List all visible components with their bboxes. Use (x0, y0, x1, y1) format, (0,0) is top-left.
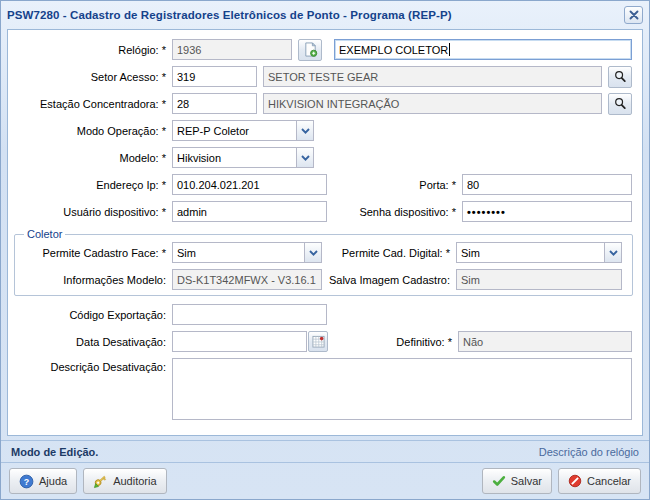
new-record-button[interactable] (298, 39, 322, 61)
estacao-label: Estação Concentradora: * (8, 98, 172, 110)
senha-label: Senha dispositivo: * (327, 206, 462, 218)
permite-digital-label: Permite Cad. Digital: * (322, 247, 456, 259)
salvar-label: Salvar (511, 475, 542, 487)
row-descricao-desativacao: Descrição Desativação: (8, 358, 642, 420)
form-panel: Relógio: * 1936 EXEMPLO COLETOR Setor Ac… (7, 29, 643, 436)
relogio-code-field: 1936 (172, 39, 292, 60)
svg-text:?: ? (24, 476, 29, 486)
modo-operacao-label: Modo Operação: * (8, 125, 172, 137)
text-cursor (449, 43, 450, 56)
new-document-icon (303, 42, 318, 57)
titlebar: PSW7280 - Cadastro de Registradores Elet… (1, 1, 649, 29)
salva-imagem-label: Salva Imagem Cadastro: (322, 274, 456, 286)
permite-digital-value: Sim (457, 243, 604, 262)
row-modelo: Modelo: * Hikvision (8, 147, 642, 168)
chevron-down-icon[interactable] (296, 121, 313, 140)
estacao-search-button[interactable] (608, 93, 632, 115)
auditoria-label: Auditoria (113, 475, 156, 487)
ajuda-button[interactable]: ? Ajuda (9, 468, 77, 494)
save-check-icon (492, 474, 506, 488)
ajuda-label: Ajuda (39, 475, 67, 487)
field-hint-text: Descrição do relógio (539, 446, 639, 458)
relogio-label: Relógio: * (8, 44, 172, 56)
data-desativacao-input[interactable] (172, 331, 307, 352)
cancelar-button[interactable]: Cancelar (558, 468, 641, 494)
cancelar-label: Cancelar (587, 475, 631, 487)
endereco-ip-label: Endereço Ip: * (8, 179, 172, 191)
setor-acesso-search-button[interactable] (608, 66, 632, 88)
codigo-exportacao-input[interactable] (172, 304, 327, 325)
modelo-label: Modelo: * (8, 152, 172, 164)
modelo-select[interactable]: Hikvision (172, 147, 314, 168)
coletor-fieldset: Coletor Permite Cadastro Face: * Sim Per… (14, 228, 633, 296)
descricao-desativacao-textarea[interactable] (172, 358, 632, 420)
usuario-input[interactable]: admin (172, 201, 327, 222)
salvar-button[interactable]: Salvar (482, 468, 552, 494)
close-button[interactable] (624, 6, 643, 24)
calendar-icon (312, 335, 325, 348)
estacao-nome-field: HIKVISION INTEGRAÇÃO (263, 93, 602, 114)
row-ip-porta: Endereço Ip: * 010.204.021.201 Porta: * … (8, 174, 642, 195)
button-toolbar: ? Ajuda Auditoria Salvar Cancelar (1, 463, 649, 499)
setor-acesso-code-input[interactable]: 319 (172, 66, 257, 87)
dialog-window: PSW7280 - Cadastro de Registradores Elet… (0, 0, 650, 500)
porta-label: Porta: * (327, 179, 462, 191)
permite-face-select[interactable]: Sim (172, 242, 322, 263)
porta-input[interactable]: 80 (462, 174, 632, 195)
salva-imagem-field: Sim (456, 269, 622, 290)
auditoria-button[interactable]: Auditoria (83, 468, 166, 494)
search-icon (614, 97, 627, 110)
relogio-descricao-text: EXEMPLO COLETOR (339, 44, 448, 56)
modo-operacao-select[interactable]: REP-P Coletor (172, 120, 314, 141)
row-permissoes: Permite Cadastro Face: * Sim Permite Cad… (21, 242, 626, 263)
usuario-label: Usuário dispositivo: * (8, 206, 172, 218)
codigo-exportacao-label: Código Exportação: (8, 309, 172, 321)
row-setor-acesso: Setor Acesso: * 319 SETOR TESTE GEAR (8, 66, 642, 87)
descricao-desativacao-label: Descrição Desativação: (8, 358, 172, 373)
data-desativacao-datefield[interactable] (172, 331, 328, 352)
modo-operacao-value: REP-P Coletor (173, 121, 296, 140)
relogio-descricao-input[interactable]: EXEMPLO COLETOR (334, 39, 632, 60)
estacao-code-input[interactable]: 28 (172, 93, 257, 114)
cancel-icon (568, 474, 582, 488)
row-modo-operacao: Modo Operação: * REP-P Coletor (8, 120, 642, 141)
row-relogio: Relógio: * 1936 EXEMPLO COLETOR (8, 39, 642, 60)
setor-acesso-nome-field: SETOR TESTE GEAR (263, 66, 602, 87)
status-bar: Modo de Edição. Descrição do relógio (1, 440, 649, 463)
window-title: PSW7280 - Cadastro de Registradores Elet… (7, 9, 452, 21)
row-info-modelo: Informações Modelo: DS-K1T342MFWX - V3.1… (21, 269, 626, 290)
informacoes-modelo-label: Informações Modelo: (21, 274, 172, 286)
permite-face-label: Permite Cadastro Face: * (21, 247, 172, 259)
setor-acesso-label: Setor Acesso: * (8, 71, 172, 83)
row-estacao-concentradora: Estação Concentradora: * 28 HIKVISION IN… (8, 93, 642, 114)
auditoria-key-icon (93, 474, 108, 489)
calendar-button[interactable] (308, 331, 328, 352)
chevron-down-icon[interactable] (304, 243, 321, 262)
edit-mode-status: Modo de Edição. (11, 446, 98, 458)
informacoes-modelo-field: DS-K1T342MFWX - V3.16.1 (172, 269, 322, 290)
definitivo-label: Definitivo: * (328, 336, 458, 348)
chevron-down-icon[interactable] (296, 148, 313, 167)
row-codigo-exportacao: Código Exportação: (8, 304, 642, 325)
coletor-legend: Coletor (24, 228, 65, 240)
search-icon (614, 70, 627, 83)
senha-input[interactable]: •••••••• (462, 201, 632, 222)
permite-digital-select[interactable]: Sim (456, 242, 622, 263)
chevron-down-icon[interactable] (604, 243, 621, 262)
close-icon (629, 10, 639, 20)
permite-face-value: Sim (173, 243, 304, 262)
data-desativacao-label: Data Desativação: (8, 336, 172, 348)
help-icon: ? (19, 474, 34, 489)
row-usuario-senha: Usuário dispositivo: * admin Senha dispo… (8, 201, 642, 222)
definitivo-field: Não (458, 331, 632, 352)
row-data-definitivo: Data Desativação: Definitivo: * Não (8, 331, 642, 352)
endereco-ip-input[interactable]: 010.204.021.201 (172, 174, 327, 195)
modelo-value: Hikvision (173, 148, 296, 167)
